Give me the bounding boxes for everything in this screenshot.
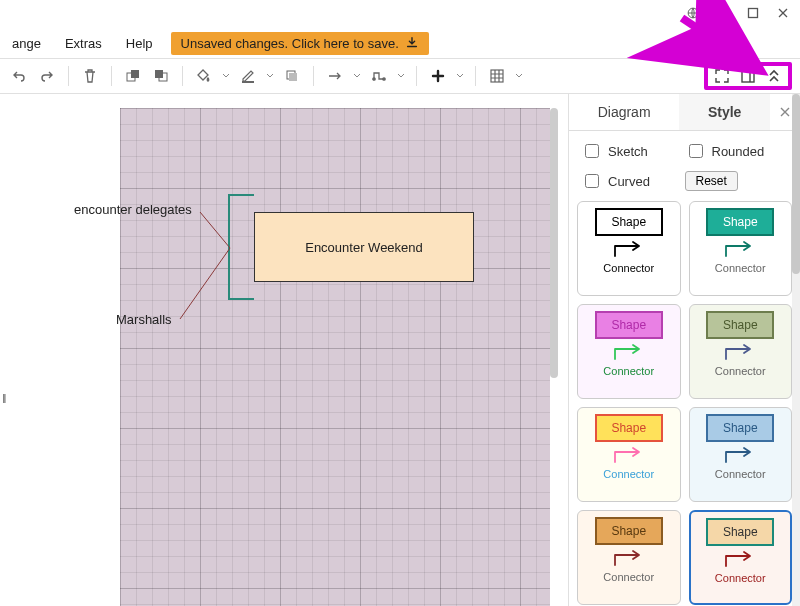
menubar: ange Extras Help Unsaved changes. Click … xyxy=(0,28,800,58)
download-icon xyxy=(405,36,419,50)
svg-rect-11 xyxy=(289,73,297,81)
svg-line-19 xyxy=(180,248,230,319)
tab-diagram[interactable]: Diagram xyxy=(569,94,679,130)
shadow-button[interactable] xyxy=(281,65,303,87)
preview-connector-label: Connector xyxy=(603,365,654,377)
rounded-checkbox[interactable]: Rounded xyxy=(685,141,789,161)
close-icon[interactable] xyxy=(776,6,790,20)
svg-rect-14 xyxy=(491,70,503,82)
style-preview-3[interactable]: ShapeConnector xyxy=(689,304,793,399)
preview-arrow-icon xyxy=(718,444,762,464)
style-preview-7[interactable]: ShapeConnector xyxy=(689,510,793,605)
preview-shape: Shape xyxy=(595,517,663,545)
connection-dropdown-icon[interactable] xyxy=(352,65,362,87)
format-panel: Diagram Style Sketch Rounded Curved Rese… xyxy=(568,94,800,606)
svg-rect-2 xyxy=(749,9,758,18)
unsaved-banner-label: Unsaved changes. Click here to save. xyxy=(181,36,399,51)
preview-shape: Shape xyxy=(706,311,774,339)
preview-connector-label: Connector xyxy=(715,468,766,480)
style-preview-1[interactable]: ShapeConnector xyxy=(689,201,793,296)
svg-rect-8 xyxy=(155,70,163,78)
style-preview-2[interactable]: ShapeConnector xyxy=(577,304,681,399)
sketch-checkbox[interactable]: Sketch xyxy=(581,141,685,161)
svg-point-13 xyxy=(383,78,385,80)
branch-lines xyxy=(0,94,560,594)
preview-shape: Shape xyxy=(595,208,663,236)
fill-color-button[interactable] xyxy=(193,65,215,87)
preview-arrow-icon xyxy=(718,341,762,361)
toolbar xyxy=(0,58,800,94)
menu-help[interactable]: Help xyxy=(120,32,159,55)
menu-arrange[interactable]: ange xyxy=(6,32,47,55)
waypoints-button[interactable] xyxy=(368,65,390,87)
panel-scrollbar[interactable] xyxy=(792,94,800,606)
branch-label-delegates[interactable]: encounter delegates xyxy=(74,202,192,217)
to-back-button[interactable] xyxy=(150,65,172,87)
table-button[interactable] xyxy=(486,65,508,87)
preview-connector-label: Connector xyxy=(715,572,766,584)
view-buttons-highlight xyxy=(704,62,792,90)
reset-button[interactable]: Reset xyxy=(685,171,738,191)
preview-shape: Shape xyxy=(706,414,774,442)
fullscreen-button[interactable] xyxy=(714,68,730,84)
canvas[interactable]: Encounter Weekend encounter delegates Ma… xyxy=(0,94,560,606)
minimize-icon[interactable] xyxy=(716,6,730,20)
waypoints-dropdown-icon[interactable] xyxy=(396,65,406,87)
connection-button[interactable] xyxy=(324,65,346,87)
to-front-button[interactable] xyxy=(122,65,144,87)
svg-point-12 xyxy=(373,78,375,80)
preview-connector-label: Connector xyxy=(603,571,654,583)
line-dropdown-icon[interactable] xyxy=(265,65,275,87)
maximize-icon[interactable] xyxy=(746,6,760,20)
preview-arrow-icon xyxy=(607,444,651,464)
svg-line-18 xyxy=(200,212,230,248)
redo-button[interactable] xyxy=(36,65,58,87)
svg-rect-6 xyxy=(131,70,139,78)
unsaved-banner[interactable]: Unsaved changes. Click here to save. xyxy=(171,32,429,55)
insert-button[interactable] xyxy=(427,65,449,87)
style-preview-0[interactable]: ShapeConnector xyxy=(577,201,681,296)
preview-shape: Shape xyxy=(706,518,774,546)
preview-connector-label: Connector xyxy=(603,262,654,274)
tab-style[interactable]: Style xyxy=(679,94,770,130)
preview-connector-label: Connector xyxy=(715,365,766,377)
delete-button[interactable] xyxy=(79,65,101,87)
globe-icon[interactable] xyxy=(686,6,700,20)
curved-checkbox[interactable]: Curved xyxy=(581,171,685,191)
preview-arrow-icon xyxy=(607,547,651,567)
preview-connector-label: Connector xyxy=(715,262,766,274)
preview-shape: Shape xyxy=(595,311,663,339)
truncated-text: II xyxy=(2,392,5,406)
preview-connector-label: Connector xyxy=(603,468,654,480)
branch-label-marshalls[interactable]: Marshalls xyxy=(116,312,172,327)
table-dropdown-icon[interactable] xyxy=(514,65,524,87)
preview-arrow-icon xyxy=(718,238,762,258)
insert-dropdown-icon[interactable] xyxy=(455,65,465,87)
undo-button[interactable] xyxy=(8,65,30,87)
fill-dropdown-icon[interactable] xyxy=(221,65,231,87)
preview-arrow-icon xyxy=(607,341,651,361)
style-preview-5[interactable]: ShapeConnector xyxy=(689,407,793,502)
svg-rect-15 xyxy=(742,70,754,82)
menu-extras[interactable]: Extras xyxy=(59,32,108,55)
style-preview-6[interactable]: ShapeConnector xyxy=(577,510,681,605)
preview-arrow-icon xyxy=(607,238,651,258)
preview-shape: Shape xyxy=(706,208,774,236)
style-preview-4[interactable]: ShapeConnector xyxy=(577,407,681,502)
line-color-button[interactable] xyxy=(237,65,259,87)
preview-arrow-icon xyxy=(718,548,762,568)
collapse-button[interactable] xyxy=(766,68,782,84)
format-panel-button[interactable] xyxy=(740,68,756,84)
preview-shape: Shape xyxy=(595,414,663,442)
